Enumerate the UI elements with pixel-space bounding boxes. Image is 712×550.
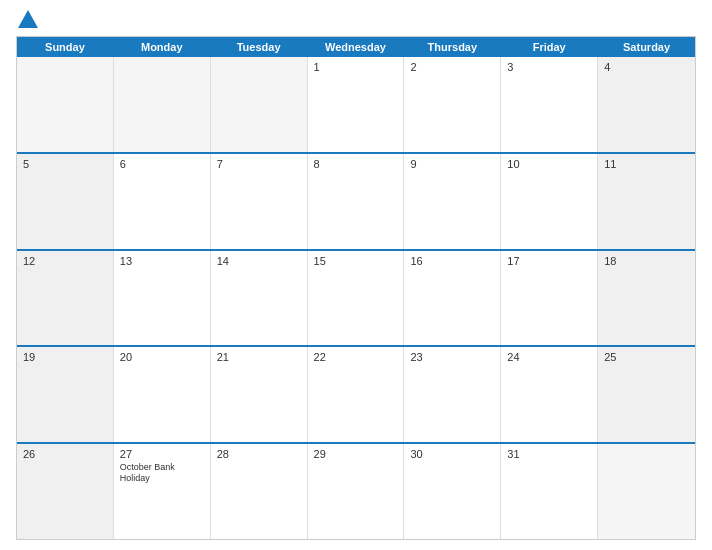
- day-number: 2: [410, 61, 494, 73]
- day-cell: 25: [598, 347, 695, 442]
- calendar: SundayMondayTuesdayWednesdayThursdayFrid…: [16, 36, 696, 540]
- day-number: 19: [23, 351, 107, 363]
- day-cell: 10: [501, 154, 598, 249]
- day-cell: 9: [404, 154, 501, 249]
- calendar-page: SundayMondayTuesdayWednesdayThursdayFrid…: [0, 0, 712, 550]
- weeks-container: 1234567891011121314151617181920212223242…: [17, 57, 695, 539]
- day-cell: 7: [211, 154, 308, 249]
- day-number: 1: [314, 61, 398, 73]
- week-row-5: 2627October Bank Holiday28293031: [17, 442, 695, 539]
- day-cell: 4: [598, 57, 695, 152]
- day-number: 25: [604, 351, 689, 363]
- day-number: 29: [314, 448, 398, 460]
- day-number: 20: [120, 351, 204, 363]
- day-cell: [598, 444, 695, 539]
- day-cell: 8: [308, 154, 405, 249]
- day-number: 4: [604, 61, 689, 73]
- day-cell: 28: [211, 444, 308, 539]
- day-cell: 23: [404, 347, 501, 442]
- day-number: 9: [410, 158, 494, 170]
- day-cell: 20: [114, 347, 211, 442]
- day-number: 30: [410, 448, 494, 460]
- day-number: 12: [23, 255, 107, 267]
- day-cell: 26: [17, 444, 114, 539]
- day-number: 31: [507, 448, 591, 460]
- day-cell: 17: [501, 251, 598, 346]
- day-cell: 13: [114, 251, 211, 346]
- day-cell: [114, 57, 211, 152]
- day-number: 5: [23, 158, 107, 170]
- day-cell: 22: [308, 347, 405, 442]
- day-headers-row: SundayMondayTuesdayWednesdayThursdayFrid…: [17, 37, 695, 57]
- day-number: 13: [120, 255, 204, 267]
- day-cell: 11: [598, 154, 695, 249]
- day-number: 14: [217, 255, 301, 267]
- day-cell: 16: [404, 251, 501, 346]
- day-header-tuesday: Tuesday: [211, 37, 308, 57]
- day-cell: 29: [308, 444, 405, 539]
- day-number: 18: [604, 255, 689, 267]
- day-number: 11: [604, 158, 689, 170]
- day-number: 24: [507, 351, 591, 363]
- day-cell: 3: [501, 57, 598, 152]
- day-cell: 12: [17, 251, 114, 346]
- day-number: 8: [314, 158, 398, 170]
- day-header-saturday: Saturday: [598, 37, 695, 57]
- day-number: 6: [120, 158, 204, 170]
- day-number: 22: [314, 351, 398, 363]
- day-header-wednesday: Wednesday: [308, 37, 405, 57]
- day-cell: 19: [17, 347, 114, 442]
- day-cell: 27October Bank Holiday: [114, 444, 211, 539]
- week-row-3: 12131415161718: [17, 249, 695, 346]
- day-cell: [211, 57, 308, 152]
- day-cell: 1: [308, 57, 405, 152]
- day-cell: 15: [308, 251, 405, 346]
- day-header-friday: Friday: [501, 37, 598, 57]
- day-number: 15: [314, 255, 398, 267]
- day-header-thursday: Thursday: [404, 37, 501, 57]
- day-cell: 14: [211, 251, 308, 346]
- day-cell: 31: [501, 444, 598, 539]
- day-number: 28: [217, 448, 301, 460]
- event-label: October Bank Holiday: [120, 462, 204, 484]
- day-number: 3: [507, 61, 591, 73]
- week-row-2: 567891011: [17, 152, 695, 249]
- header: [16, 10, 696, 30]
- day-cell: 18: [598, 251, 695, 346]
- day-cell: 24: [501, 347, 598, 442]
- day-cell: 2: [404, 57, 501, 152]
- week-row-4: 19202122232425: [17, 345, 695, 442]
- day-cell: 5: [17, 154, 114, 249]
- day-number: 21: [217, 351, 301, 363]
- week-row-1: 1234: [17, 57, 695, 152]
- day-cell: 21: [211, 347, 308, 442]
- day-cell: 30: [404, 444, 501, 539]
- day-cell: [17, 57, 114, 152]
- day-number: 10: [507, 158, 591, 170]
- day-number: 16: [410, 255, 494, 267]
- logo-triangle-icon: [18, 10, 38, 28]
- day-header-sunday: Sunday: [17, 37, 114, 57]
- day-number: 23: [410, 351, 494, 363]
- day-header-monday: Monday: [114, 37, 211, 57]
- day-number: 26: [23, 448, 107, 460]
- logo: [16, 10, 38, 30]
- day-number: 27: [120, 448, 204, 460]
- day-cell: 6: [114, 154, 211, 249]
- day-number: 7: [217, 158, 301, 170]
- day-number: 17: [507, 255, 591, 267]
